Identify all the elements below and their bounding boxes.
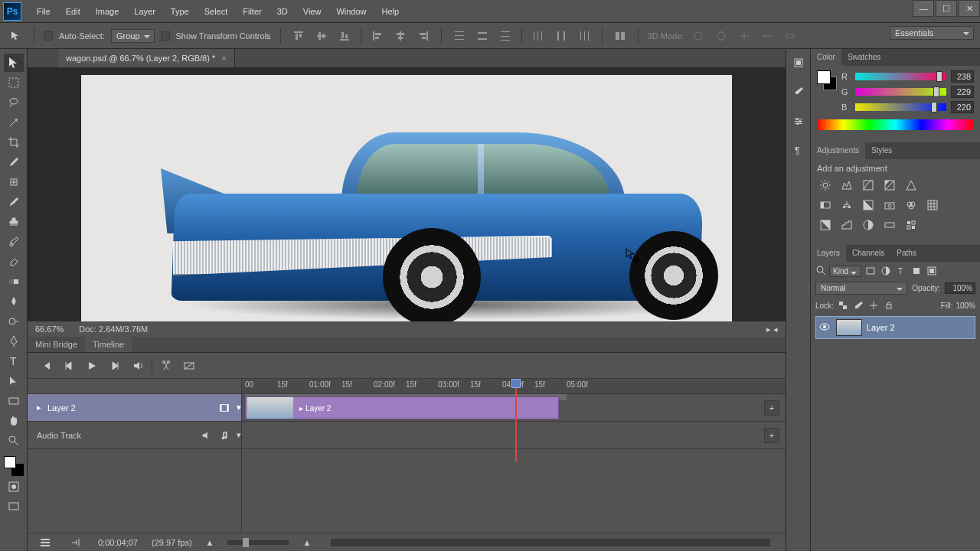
styles-tab[interactable]: Styles — [865, 142, 898, 159]
layer-item[interactable]: Layer 2 — [815, 316, 975, 339]
align-vcenter-icon[interactable] — [313, 28, 330, 44]
video-track-header[interactable]: ▸ Layer 2 ▾ — [28, 394, 241, 422]
threshold-icon[interactable] — [860, 217, 877, 233]
distribute-h-icon[interactable] — [553, 28, 570, 44]
window-maximize-button[interactable]: ☐ — [936, 0, 957, 17]
r-value[interactable]: 238 — [951, 70, 974, 83]
mini-bridge-tab[interactable]: Mini Bridge — [28, 337, 85, 352]
transition-button[interactable] — [180, 357, 198, 375]
document-tab[interactable]: wagon.psd @ 66.7% (Layer 2, RGB/8) * × — [58, 49, 235, 67]
brush-tool[interactable] — [4, 193, 24, 211]
split-button[interactable] — [157, 357, 175, 375]
pen-tool[interactable] — [4, 332, 24, 350]
crop-tool[interactable] — [4, 133, 24, 152]
history-brush-tool[interactable] — [4, 233, 24, 251]
auto-align-icon[interactable] — [612, 28, 629, 44]
exposure-icon[interactable] — [881, 178, 898, 193]
gradient-map-icon[interactable] — [881, 217, 898, 233]
color-balance-icon[interactable] — [838, 197, 855, 213]
add-video-track-button[interactable]: + — [764, 400, 779, 416]
workspace-switcher[interactable]: Essentials — [890, 26, 974, 40]
zoom-out-icon[interactable]: ▲ — [206, 538, 214, 547]
g-slider[interactable] — [855, 88, 946, 96]
magic-wand-tool[interactable] — [4, 113, 24, 132]
vibrance-icon[interactable] — [903, 178, 920, 193]
filter-type-icon[interactable]: T — [895, 265, 907, 277]
distribute-left-icon[interactable] — [530, 28, 547, 44]
curves-icon[interactable] — [860, 178, 877, 193]
close-icon[interactable]: × — [221, 54, 226, 63]
move-tool[interactable] — [4, 54, 24, 72]
b-value[interactable]: 220 — [951, 101, 974, 113]
track-menu-icon[interactable]: ▾ — [237, 403, 241, 412]
opacity-value[interactable]: 100% — [945, 282, 975, 294]
color-tab[interactable]: Color — [811, 49, 841, 66]
document-canvas[interactable] — [81, 75, 732, 321]
channel-mixer-icon[interactable] — [903, 197, 920, 213]
gradient-tool[interactable] — [4, 272, 24, 291]
track-film-icon[interactable] — [218, 399, 230, 416]
levels-icon[interactable] — [838, 178, 855, 193]
foreground-background-colors[interactable] — [4, 456, 24, 476]
window-minimize-button[interactable]: — — [913, 0, 934, 17]
timecode[interactable]: 0;00;04;07 — [98, 538, 138, 547]
menu-help[interactable]: Help — [374, 0, 407, 23]
play-button[interactable] — [83, 357, 101, 375]
menu-filter[interactable]: Filter — [235, 0, 269, 23]
filter-shape-icon[interactable] — [910, 265, 923, 277]
timeline-tab[interactable]: Timeline — [85, 337, 132, 352]
eyedropper-tool[interactable] — [4, 153, 24, 171]
distribute-v-icon[interactable] — [474, 28, 491, 44]
r-slider[interactable] — [855, 73, 946, 80]
canvas-area[interactable] — [28, 67, 786, 321]
photo-filter-icon[interactable] — [881, 197, 898, 213]
align-right-icon[interactable] — [415, 28, 432, 44]
distribute-bottom-icon[interactable] — [497, 28, 514, 44]
audio-menu-icon[interactable]: ▾ — [237, 430, 241, 440]
mute-button[interactable] — [129, 357, 147, 375]
zoom-tool[interactable] — [4, 432, 24, 450]
filter-icon[interactable] — [815, 265, 826, 277]
distribute-top-icon[interactable] — [451, 28, 468, 44]
3d-roll-icon[interactable] — [713, 28, 730, 44]
screen-mode-tool[interactable] — [4, 497, 24, 516]
menu-window[interactable]: Window — [328, 0, 374, 23]
add-audio-track-button[interactable]: + — [764, 428, 779, 443]
menu-edit[interactable]: Edit — [58, 0, 88, 23]
audio-mute-icon[interactable] — [200, 427, 212, 444]
properties-panel-icon[interactable] — [789, 112, 808, 130]
align-top-icon[interactable] — [290, 28, 307, 44]
first-frame-button[interactable] — [37, 357, 55, 375]
b-slider[interactable] — [855, 103, 946, 111]
quick-mask-tool[interactable] — [4, 478, 24, 496]
chevron-right-icon[interactable]: ▸ — [37, 403, 41, 412]
layer-name[interactable]: Layer 2 — [867, 323, 895, 332]
channels-tab[interactable]: Channels — [846, 245, 890, 262]
menu-layer[interactable]: Layer — [126, 0, 163, 23]
posterize-icon[interactable] — [838, 217, 855, 233]
fill-value[interactable]: 100% — [956, 302, 975, 310]
align-bottom-icon[interactable] — [336, 28, 353, 44]
visibility-eye-icon[interactable] — [819, 321, 831, 334]
3d-slide-icon[interactable] — [759, 28, 776, 44]
menu-type[interactable]: Type — [163, 0, 197, 23]
show-transform-checkbox[interactable] — [161, 31, 170, 41]
render-icon[interactable] — [67, 534, 84, 551]
dodge-tool[interactable] — [4, 312, 24, 331]
next-frame-button[interactable] — [106, 357, 124, 375]
adjustments-tab[interactable]: Adjustments — [811, 142, 865, 159]
distribute-right-icon[interactable] — [576, 28, 593, 44]
3d-pan-icon[interactable] — [736, 28, 753, 44]
timeline-zoom-slider[interactable] — [227, 540, 289, 545]
menu-file[interactable]: File — [29, 0, 58, 23]
g-value[interactable]: 229 — [951, 86, 974, 98]
3d-orbit-icon[interactable] — [690, 28, 707, 44]
align-left-icon[interactable] — [369, 28, 386, 44]
lock-transparent-icon[interactable] — [837, 299, 849, 311]
menu-image[interactable]: Image — [88, 0, 127, 23]
filter-smart-icon[interactable] — [926, 265, 938, 277]
auto-select-dropdown[interactable]: Group — [111, 29, 155, 43]
brush-panel-icon[interactable] — [789, 83, 808, 101]
chevron-right-icon[interactable]: ▸ — [299, 404, 303, 412]
invert-icon[interactable] — [817, 217, 834, 233]
